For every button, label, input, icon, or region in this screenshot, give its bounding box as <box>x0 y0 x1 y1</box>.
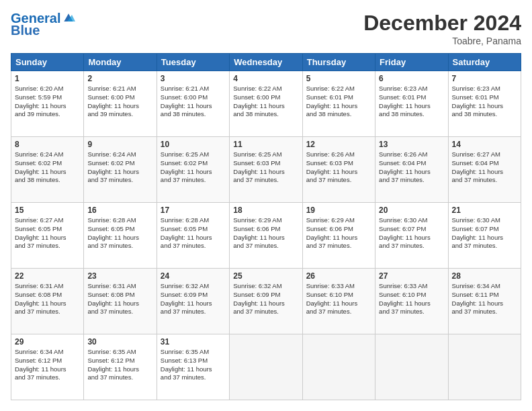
day-number: 6 <box>379 74 444 83</box>
day-info: Sunrise: 6:27 AM Sunset: 6:04 PM Dayligh… <box>452 150 517 185</box>
calendar-day-cell <box>302 334 375 400</box>
month-year: December 2024 <box>363 11 521 36</box>
day-number: 2 <box>87 74 152 83</box>
calendar-day-cell: 28Sunrise: 6:34 AM Sunset: 6:11 PM Dayli… <box>448 269 521 334</box>
calendar-day-cell: 10Sunrise: 6:25 AM Sunset: 6:02 PM Dayli… <box>157 137 229 203</box>
calendar-week-row: 22Sunrise: 6:31 AM Sunset: 6:08 PM Dayli… <box>11 269 521 334</box>
day-info: Sunrise: 6:23 AM Sunset: 6:01 PM Dayligh… <box>452 85 517 119</box>
calendar-day-cell: 3Sunrise: 6:21 AM Sunset: 6:00 PM Daylig… <box>157 71 229 137</box>
day-info: Sunrise: 6:32 AM Sunset: 6:09 PM Dayligh… <box>233 282 298 316</box>
day-info: Sunrise: 6:21 AM Sunset: 6:00 PM Dayligh… <box>161 85 226 119</box>
day-info: Sunrise: 6:20 AM Sunset: 5:59 PM Dayligh… <box>15 85 80 119</box>
day-info: Sunrise: 6:25 AM Sunset: 6:02 PM Dayligh… <box>161 150 226 185</box>
day-number: 31 <box>161 337 226 347</box>
day-number: 27 <box>379 271 444 281</box>
calendar-header-friday: Friday <box>375 54 448 71</box>
calendar-day-cell: 7Sunrise: 6:23 AM Sunset: 6:01 PM Daylig… <box>448 71 521 137</box>
day-info: Sunrise: 6:21 AM Sunset: 6:00 PM Dayligh… <box>87 85 152 119</box>
day-number: 26 <box>306 271 371 281</box>
day-number: 12 <box>306 140 371 149</box>
day-info: Sunrise: 6:28 AM Sunset: 6:05 PM Dayligh… <box>87 216 152 250</box>
day-info: Sunrise: 6:34 AM Sunset: 6:11 PM Dayligh… <box>452 282 517 316</box>
day-number: 13 <box>379 140 444 149</box>
calendar-day-cell: 22Sunrise: 6:31 AM Sunset: 6:08 PM Dayli… <box>11 269 84 334</box>
header: General Blue December 2024 Toabre, Panam… <box>11 11 521 46</box>
day-number: 20 <box>379 205 444 215</box>
day-number: 15 <box>15 205 80 215</box>
day-info: Sunrise: 6:28 AM Sunset: 6:05 PM Dayligh… <box>161 216 226 250</box>
calendar-day-cell: 19Sunrise: 6:29 AM Sunset: 6:06 PM Dayli… <box>302 203 375 269</box>
day-number: 23 <box>87 271 152 281</box>
day-info: Sunrise: 6:29 AM Sunset: 6:06 PM Dayligh… <box>233 216 298 250</box>
day-number: 9 <box>87 140 152 149</box>
day-number: 18 <box>233 205 298 215</box>
day-number: 24 <box>161 271 226 281</box>
day-number: 30 <box>87 337 152 347</box>
calendar-day-cell: 26Sunrise: 6:33 AM Sunset: 6:10 PM Dayli… <box>302 269 375 334</box>
day-info: Sunrise: 6:26 AM Sunset: 6:03 PM Dayligh… <box>306 150 371 185</box>
day-info: Sunrise: 6:35 AM Sunset: 6:13 PM Dayligh… <box>161 348 226 382</box>
day-info: Sunrise: 6:24 AM Sunset: 6:02 PM Dayligh… <box>87 150 152 185</box>
calendar-day-cell <box>230 334 302 400</box>
calendar-day-cell: 21Sunrise: 6:30 AM Sunset: 6:07 PM Dayli… <box>448 203 521 269</box>
day-number: 11 <box>233 140 298 149</box>
day-info: Sunrise: 6:22 AM Sunset: 6:01 PM Dayligh… <box>306 85 371 119</box>
calendar-day-cell: 9Sunrise: 6:24 AM Sunset: 6:02 PM Daylig… <box>84 137 157 203</box>
calendar-page: General Blue December 2024 Toabre, Panam… <box>0 0 532 411</box>
calendar-day-cell: 8Sunrise: 6:24 AM Sunset: 6:02 PM Daylig… <box>11 137 84 203</box>
logo: General Blue <box>11 11 75 38</box>
calendar-header-thursday: Thursday <box>302 54 375 71</box>
calendar-day-cell: 4Sunrise: 6:22 AM Sunset: 6:00 PM Daylig… <box>230 71 302 137</box>
day-number: 22 <box>15 271 80 281</box>
calendar-day-cell: 11Sunrise: 6:25 AM Sunset: 6:03 PM Dayli… <box>230 137 302 203</box>
calendar-day-cell: 18Sunrise: 6:29 AM Sunset: 6:06 PM Dayli… <box>230 203 302 269</box>
day-number: 16 <box>87 205 152 215</box>
day-number: 10 <box>161 140 226 149</box>
day-number: 7 <box>452 74 517 83</box>
calendar-day-cell: 23Sunrise: 6:31 AM Sunset: 6:08 PM Dayli… <box>84 269 157 334</box>
calendar-header-wednesday: Wednesday <box>230 54 302 71</box>
calendar-day-cell: 5Sunrise: 6:22 AM Sunset: 6:01 PM Daylig… <box>302 71 375 137</box>
calendar-body: 1Sunrise: 6:20 AM Sunset: 5:59 PM Daylig… <box>11 71 521 400</box>
day-number: 4 <box>233 74 298 83</box>
day-number: 21 <box>452 205 517 215</box>
day-info: Sunrise: 6:31 AM Sunset: 6:08 PM Dayligh… <box>15 282 80 316</box>
day-number: 25 <box>233 271 298 281</box>
day-info: Sunrise: 6:24 AM Sunset: 6:02 PM Dayligh… <box>15 150 80 185</box>
calendar-day-cell: 25Sunrise: 6:32 AM Sunset: 6:09 PM Dayli… <box>230 269 302 334</box>
day-info: Sunrise: 6:35 AM Sunset: 6:12 PM Dayligh… <box>87 348 152 382</box>
day-number: 14 <box>452 140 517 149</box>
calendar-day-cell: 20Sunrise: 6:30 AM Sunset: 6:07 PM Dayli… <box>375 203 448 269</box>
day-info: Sunrise: 6:33 AM Sunset: 6:10 PM Dayligh… <box>379 282 444 316</box>
calendar-day-cell: 14Sunrise: 6:27 AM Sunset: 6:04 PM Dayli… <box>448 137 521 203</box>
calendar-week-row: 8Sunrise: 6:24 AM Sunset: 6:02 PM Daylig… <box>11 137 521 203</box>
day-info: Sunrise: 6:31 AM Sunset: 6:08 PM Dayligh… <box>87 282 152 316</box>
day-info: Sunrise: 6:30 AM Sunset: 6:07 PM Dayligh… <box>452 216 517 250</box>
day-number: 28 <box>452 271 517 281</box>
calendar-header-tuesday: Tuesday <box>157 54 229 71</box>
calendar-header-saturday: Saturday <box>448 54 521 71</box>
day-info: Sunrise: 6:29 AM Sunset: 6:06 PM Dayligh… <box>306 216 371 250</box>
calendar-week-row: 15Sunrise: 6:27 AM Sunset: 6:05 PM Dayli… <box>11 203 521 269</box>
calendar-day-cell: 16Sunrise: 6:28 AM Sunset: 6:05 PM Dayli… <box>84 203 157 269</box>
calendar-day-cell: 31Sunrise: 6:35 AM Sunset: 6:13 PM Dayli… <box>157 334 229 400</box>
day-info: Sunrise: 6:27 AM Sunset: 6:05 PM Dayligh… <box>15 216 80 250</box>
day-number: 17 <box>161 205 226 215</box>
day-info: Sunrise: 6:32 AM Sunset: 6:09 PM Dayligh… <box>161 282 226 316</box>
day-info: Sunrise: 6:26 AM Sunset: 6:04 PM Dayligh… <box>379 150 444 185</box>
title-block: December 2024 Toabre, Panama <box>363 11 521 46</box>
calendar-day-cell: 2Sunrise: 6:21 AM Sunset: 6:00 PM Daylig… <box>84 71 157 137</box>
calendar-week-row: 1Sunrise: 6:20 AM Sunset: 5:59 PM Daylig… <box>11 71 521 137</box>
day-number: 19 <box>306 205 371 215</box>
calendar-week-row: 29Sunrise: 6:34 AM Sunset: 6:12 PM Dayli… <box>11 334 521 400</box>
calendar-table: SundayMondayTuesdayWednesdayThursdayFrid… <box>11 53 521 400</box>
calendar-day-cell: 13Sunrise: 6:26 AM Sunset: 6:04 PM Dayli… <box>375 137 448 203</box>
calendar-day-cell: 29Sunrise: 6:34 AM Sunset: 6:12 PM Dayli… <box>11 334 84 400</box>
calendar-header-row: SundayMondayTuesdayWednesdayThursdayFrid… <box>11 54 521 71</box>
day-number: 5 <box>306 74 371 83</box>
calendar-header-sunday: Sunday <box>11 54 84 71</box>
calendar-day-cell: 27Sunrise: 6:33 AM Sunset: 6:10 PM Dayli… <box>375 269 448 334</box>
day-info: Sunrise: 6:25 AM Sunset: 6:03 PM Dayligh… <box>233 150 298 185</box>
calendar-day-cell <box>375 334 448 400</box>
calendar-day-cell: 1Sunrise: 6:20 AM Sunset: 5:59 PM Daylig… <box>11 71 84 137</box>
